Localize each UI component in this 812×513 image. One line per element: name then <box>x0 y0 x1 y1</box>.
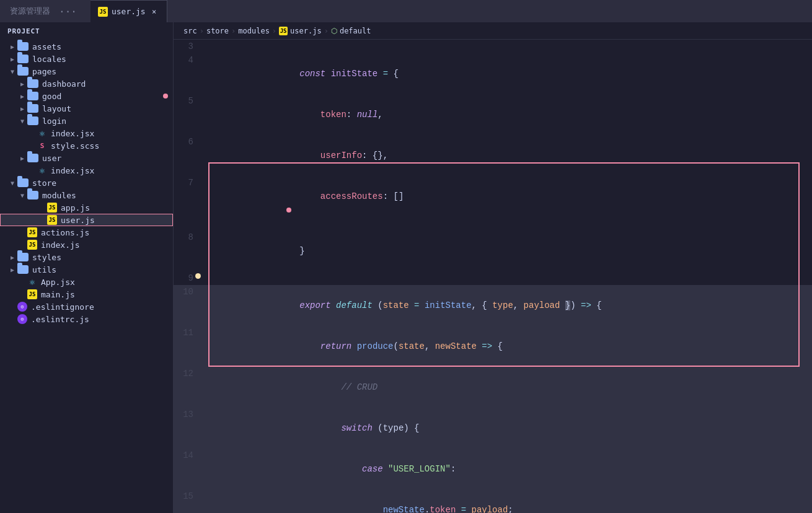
sidebar-item-main-js[interactable]: ▶ JS main.js <box>0 288 173 300</box>
sidebar-item-eslintrc[interactable]: ▶ ⊙ .eslintrc.js <box>0 313 173 325</box>
sidebar-item-label: actions.js <box>41 228 173 237</box>
sidebar-item-label: good <box>42 92 163 101</box>
code-line-10: 10 export default (state = initState, { … <box>174 285 812 326</box>
tab-filename: user.js <box>112 7 146 16</box>
code-line-11: 11 return produce(state, newState => { <box>174 326 812 367</box>
breadcrumb-filename: user.js <box>290 27 322 35</box>
sidebar-item-styles[interactable]: ▶ styles <box>0 251 173 263</box>
sidebar-item-good[interactable]: ▶ good <box>0 90 173 102</box>
js-file-icon: JS <box>27 240 37 250</box>
folder-icon <box>17 253 29 261</box>
editor-area: src › store › modules › JS user.js › ⬡ d… <box>174 22 812 513</box>
code-line-3: 3 <box>174 40 812 53</box>
folder-icon <box>27 104 38 113</box>
js-file-icon: JS <box>47 215 57 225</box>
folder-icon <box>27 79 38 88</box>
js-file-icon: JS <box>27 289 37 299</box>
sidebar-item-login[interactable]: ▼ login <box>0 115 173 127</box>
sidebar-item-pages[interactable]: ▼ pages <box>0 65 173 77</box>
sidebar-item-user[interactable]: ▶ user <box>0 152 173 164</box>
sidebar-item-modules[interactable]: ▼ modules <box>0 189 173 201</box>
sidebar-item-dashboard[interactable]: ▶ dashboard <box>0 77 173 90</box>
breadcrumb-sep: › <box>324 27 329 35</box>
folder-icon <box>17 55 29 63</box>
code-line-6: 6 userInfo: {}, <box>174 135 812 176</box>
chevron-right-icon: ▶ <box>7 42 17 51</box>
breadcrumb-sep: › <box>231 27 236 35</box>
sidebar-item-label: login <box>42 116 173 126</box>
code-line-13: 13 switch (type) { <box>174 408 812 449</box>
sidebar-item-app-js[interactable]: ▶ JS app.js <box>0 201 173 214</box>
sidebar-item-login-index[interactable]: ▶ ⚛ index.jsx <box>0 127 173 139</box>
sidebar-item-label: App.jsx <box>41 278 173 287</box>
sidebar-item-label: utils <box>32 265 173 274</box>
chevron-right-icon: ▶ <box>7 252 17 262</box>
chevron-down-icon: ▼ <box>17 190 27 200</box>
chevron-right-icon: ▶ <box>7 265 17 274</box>
sidebar-item-eslintignore[interactable]: ▶ ⊙ .eslintignore <box>0 300 173 313</box>
code-line-8: 8 } <box>174 230 812 271</box>
folder-icon <box>27 92 38 100</box>
sidebar-item-label: store <box>32 178 173 188</box>
explorer-title: 资源管理器 <box>10 6 50 17</box>
user-js-tab[interactable]: JS user.js × <box>90 0 167 22</box>
sidebar-item-label: modules <box>42 191 173 200</box>
sidebar-item-store[interactable]: ▼ store <box>0 177 173 189</box>
sidebar-item-label: index.jsx <box>51 129 173 138</box>
react-icon: ⚛ <box>27 277 37 287</box>
sidebar-item-pages-index[interactable]: ▶ ⚛ index.jsx <box>0 164 173 177</box>
sidebar-item-user-js[interactable]: ▶ JS user.js <box>0 214 173 226</box>
folder-icon <box>17 42 29 51</box>
sidebar-item-label: style.scss <box>51 141 173 151</box>
sidebar-item-label: index.jsx <box>51 166 173 175</box>
breadcrumb-src: src <box>183 27 197 35</box>
folder-icon <box>17 265 29 274</box>
sidebar-item-label: pages <box>32 67 173 76</box>
breadcrumb-modules: modules <box>238 27 270 35</box>
breadcrumb: src › store › modules › JS user.js › ⬡ d… <box>174 22 812 40</box>
breadcrumb-store: store <box>206 27 229 35</box>
sidebar-item-label: user <box>42 154 173 163</box>
chevron-right-icon: ▶ <box>17 91 27 101</box>
sidebar-header: PROJECT <box>0 22 173 40</box>
sidebar-item-locales[interactable]: ▶ locales <box>0 53 173 65</box>
eslint-icon: ⊙ <box>17 302 27 312</box>
title-bar: 资源管理器 ··· JS user.js × <box>0 0 812 22</box>
code-table: 3 4 const initState = { 5 token: null <box>174 40 812 513</box>
error-dot <box>163 94 168 99</box>
sidebar-item-login-style[interactable]: ▶ S style.scss <box>0 139 173 152</box>
chevron-right-icon: ▶ <box>17 103 27 113</box>
sidebar-item-label: locales <box>32 55 173 64</box>
chevron-down-icon: ▼ <box>17 116 27 126</box>
explorer-label: 资源管理器 ··· <box>0 6 90 17</box>
sidebar-item-label: dashboard <box>42 79 173 89</box>
code-container[interactable]: 3 4 const initState = { 5 token: null <box>174 40 812 513</box>
breadcrumb-sep: › <box>272 27 276 35</box>
code-line-15: 15 newState.token = payload; <box>174 489 812 513</box>
sidebar-item-layout[interactable]: ▶ layout <box>0 102 173 115</box>
code-line-14: 14 case "USER_LOGIN": <box>174 449 812 489</box>
sidebar-item-store-index-js[interactable]: ▶ JS index.js <box>0 239 173 251</box>
js-file-icon: JS <box>47 203 57 213</box>
sidebar-item-assets[interactable]: ▶ assets <box>0 40 173 53</box>
code-line-7: 7 accessRoutes: [] <box>174 176 812 230</box>
sidebar-item-app-jsx[interactable]: ▶ ⚛ App.jsx <box>0 276 173 288</box>
code-line-4: 4 const initState = { <box>174 53 812 94</box>
sidebar-item-actions-js[interactable]: ▶ JS actions.js <box>0 226 173 239</box>
chevron-right-icon: ▶ <box>17 79 27 89</box>
tab-close-button[interactable]: × <box>149 7 159 17</box>
folder-icon <box>27 116 38 125</box>
chevron-right-icon: ▶ <box>7 54 17 64</box>
code-line-12: 12 // CRUD <box>174 367 812 408</box>
tab-js-icon: JS <box>98 7 108 17</box>
scss-icon: S <box>37 142 47 150</box>
breadcrumb-symbol-icon: ⬡ <box>331 27 337 35</box>
sidebar-item-label: .eslintrc.js <box>31 315 173 324</box>
breadcrumb-js-icon: JS <box>279 27 288 35</box>
react-icon: ⚛ <box>37 128 47 138</box>
folder-icon <box>27 191 38 200</box>
breadcrumb-symbol-name: default <box>340 27 371 35</box>
eslint-icon: ⊙ <box>17 314 27 324</box>
explorer-dots[interactable]: ··· <box>55 6 81 17</box>
sidebar-item-utils[interactable]: ▶ utils <box>0 263 173 276</box>
